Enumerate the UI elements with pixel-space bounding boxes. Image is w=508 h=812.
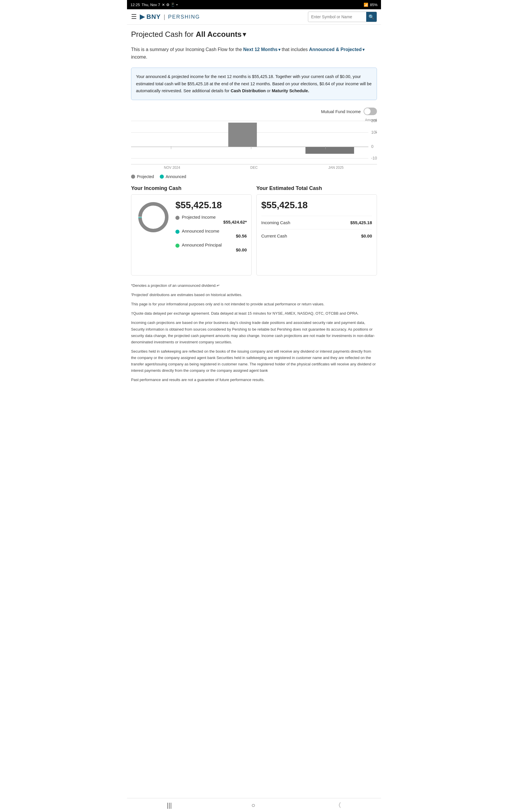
account-selector-label: All Accounts — [196, 30, 242, 39]
chart-svg: 20k 10k 0 -10k — [131, 118, 377, 164]
current-cash-label: Current Cash — [261, 233, 287, 239]
announced-dot — [160, 175, 164, 179]
amount-section: $55,425.18 Projected Income $55,424.62* … — [175, 200, 247, 256]
info-or: or — [267, 88, 270, 93]
current-cash-value: $0.00 — [361, 233, 372, 239]
period-label: Next 12 Months — [243, 47, 278, 52]
type-chevron-icon: ▾ — [363, 47, 365, 52]
footnote-2: 'Projected' distributions are estimates … — [131, 292, 377, 298]
donut-chart — [136, 200, 171, 234]
income-row-announced: Announced Income $0.56 — [175, 228, 247, 239]
announced-principal-value: $0.00 — [236, 247, 247, 252]
status-time: 12:25 — [130, 3, 140, 7]
toggle-label: Mutual Fund Income — [321, 109, 361, 114]
page-header: Projected Cash for All Accounts ▾ — [127, 25, 381, 42]
incoming-cash-title: Your Incoming Cash — [131, 185, 252, 191]
estimated-total-amount: $55,425.18 — [261, 200, 372, 211]
status-icons: ✕ ⚙ 📱 • — [162, 3, 177, 7]
incoming-cash-card: $55,425.18 Projected Income $55,424.62* … — [131, 194, 252, 275]
search-box[interactable]: 🔍 — [308, 12, 377, 22]
logo-bny: BNY — [146, 13, 161, 20]
announced-principal-dot — [175, 244, 179, 248]
svg-text:-10k: -10k — [371, 156, 377, 160]
period-chevron-icon: ▾ — [278, 47, 281, 52]
income-row-projected: Projected Income $55,424.62* — [175, 215, 247, 224]
chart-x-dec: DEC — [213, 166, 295, 170]
toggle-row: Mutual Fund Income — [127, 105, 381, 115]
estimated-cash-card: $55,425.18 Incoming Cash $55,425.18 Curr… — [256, 194, 377, 275]
projected-income-dot — [175, 216, 179, 220]
footnotes: *Denotes a projection of an unannounced … — [127, 279, 381, 409]
estimated-cash-col: Your Estimated Total Cash $55,425.18 Inc… — [256, 185, 377, 275]
legend-announced: Announced — [160, 174, 186, 179]
maturity-schedule-link[interactable]: Maturity Schedule. — [272, 88, 309, 93]
account-chevron-icon: ▾ — [243, 31, 246, 38]
status-day: Thu, Nov 7 — [142, 3, 160, 7]
nav-bar: ☰ ▶ BNY | PERSHING 🔍 — [127, 9, 381, 25]
hamburger-menu[interactable]: ☰ — [131, 13, 137, 20]
search-input[interactable] — [308, 14, 366, 19]
announced-income-dot — [175, 230, 179, 234]
chart-legend: Projected Announced — [127, 171, 381, 182]
footnote-3: This page is for your informational purp… — [131, 301, 377, 307]
type-label: Announced & Projected — [309, 47, 362, 52]
nav-logo: ▶ BNY | PERSHING — [140, 13, 200, 20]
chart-x-nov: NOV 2024 — [131, 166, 213, 170]
incoming-cash-value: $55,425.18 — [350, 220, 372, 225]
chart-x-axis: NOV 2024 DEC JAN 2025 — [131, 164, 377, 171]
announced-principal-label: Announced Principal — [182, 243, 247, 247]
svg-point-13 — [140, 204, 167, 230]
footnote-6: Securities held in safekeeping are refle… — [131, 348, 377, 374]
footnote-7: Past performance and results are not a g… — [131, 377, 377, 383]
summary-text: This is a summary of your Incoming Cash … — [127, 42, 381, 63]
cash-distribution-link[interactable]: Cash Distribution — [230, 88, 266, 93]
incoming-cash-col: Your Incoming Cash $55,425.18 — [131, 185, 252, 275]
estimated-cash-title: Your Estimated Total Cash — [256, 185, 377, 191]
svg-text:10k: 10k — [371, 130, 377, 135]
page-title-label: Projected Cash for — [131, 30, 194, 39]
summary-suffix: income. — [131, 54, 147, 59]
chart-bar-jan — [305, 147, 354, 154]
two-col-section: Your Incoming Cash $55,425.18 — [127, 182, 381, 279]
projected-income-label: Projected Income — [182, 215, 247, 219]
info-box: Your announced & projected income for th… — [131, 68, 377, 100]
donut-svg — [136, 200, 171, 234]
status-left: 12:25 Thu, Nov 7 ✕ ⚙ 📱 • — [130, 3, 178, 7]
footnote-5: Incoming cash projections are based on t… — [131, 319, 377, 345]
status-wifi: 📶 — [364, 3, 368, 7]
mutual-fund-income-toggle[interactable] — [364, 108, 377, 115]
chart-area: 20k 10k 0 -10k — [131, 118, 377, 164]
search-button[interactable]: 🔍 — [366, 12, 377, 22]
status-battery: 85% — [370, 3, 378, 7]
nav-left: ☰ ▶ BNY | PERSHING — [131, 13, 200, 20]
cash-row-incoming: Incoming Cash $55,425.18 — [261, 216, 372, 229]
chart-container: Amount 20k 10k 0 -10k NOV 2024 D — [127, 115, 381, 171]
chart-bar-dec — [228, 123, 257, 147]
account-selector[interactable]: All Accounts ▾ — [196, 30, 246, 39]
legend-announced-label: Announced — [166, 174, 186, 179]
period-selector[interactable]: Next 12 Months ▾ — [243, 47, 281, 52]
income-row-principal: Announced Principal $0.00 — [175, 243, 247, 252]
status-right: 📶 85% — [364, 3, 378, 7]
chart-x-jan: JAN 2025 — [295, 166, 377, 170]
summary-connector: that includes — [282, 47, 308, 52]
projected-dot — [131, 175, 135, 179]
incoming-cash-label: Incoming Cash — [261, 220, 290, 225]
type-selector[interactable]: Announced & Projected ▾ — [309, 47, 365, 52]
footnote-1: *Denotes a projection of an unannounced … — [131, 283, 377, 289]
summary-prefix: This is a summary of your Incoming Cash … — [131, 47, 242, 52]
announced-income-label: Announced Income — [182, 228, 247, 233]
incoming-total-amount: $55,425.18 — [175, 200, 247, 211]
incoming-inner: $55,425.18 Projected Income $55,424.62* … — [136, 200, 247, 256]
logo-arrow: ▶ — [140, 13, 145, 20]
svg-text:20k: 20k — [371, 118, 377, 123]
legend-projected: Projected — [131, 174, 154, 179]
logo-pershing: PERSHING — [168, 14, 200, 20]
projected-income-value: $55,424.62* — [223, 219, 247, 224]
status-bar: 12:25 Thu, Nov 7 ✕ ⚙ 📱 • 📶 85% — [127, 0, 381, 9]
announced-income-value: $0.56 — [236, 233, 247, 239]
cash-row-current: Current Cash $0.00 — [261, 229, 372, 243]
legend-projected-label: Projected — [137, 174, 154, 179]
logo-divider: | — [164, 14, 165, 20]
svg-text:0: 0 — [371, 144, 374, 149]
